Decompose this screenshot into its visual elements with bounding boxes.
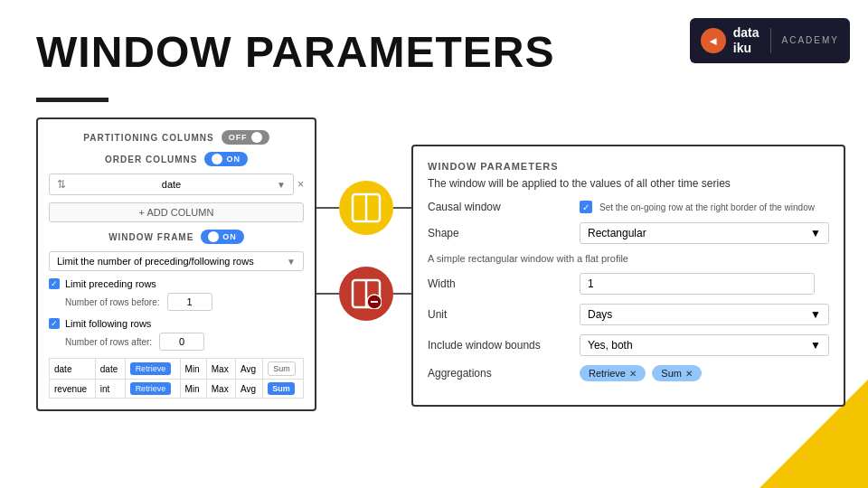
- table-cell-col1: revenue: [50, 380, 96, 399]
- title-underline: [36, 98, 108, 102]
- toggle-on-text: ON: [226, 155, 241, 164]
- left-panel: PARTITIONING COLUMNS OFF ORDER COLUMNS O…: [36, 117, 316, 411]
- causal-label: Causal window: [428, 201, 572, 213]
- shape-dropdown-arrow: ▼: [810, 227, 821, 239]
- date-input-row: ⇅ date ▼ ×: [49, 174, 304, 195]
- window-frame-on-text: ON: [222, 232, 237, 241]
- shape-value: Rectangular: [588, 227, 646, 239]
- limit-following-label: Limit following rows: [65, 318, 151, 329]
- order-columns-row: ORDER COLUMNS ON: [49, 152, 304, 166]
- dropdown-label: Limit the number of preceding/following …: [57, 256, 254, 267]
- toggle-off-text: OFF: [229, 133, 248, 142]
- academy-text: ACADEMY: [782, 35, 839, 45]
- table-cell-col2: date: [95, 359, 125, 380]
- toggle-circle-wf: [208, 231, 219, 242]
- limit-following-row: ✓ Limit following rows: [49, 318, 304, 329]
- table-cell-col2: int: [95, 380, 125, 399]
- table-cell-avg: Avg: [235, 359, 262, 380]
- shape-label: Shape: [428, 227, 572, 239]
- window-frame-toggle[interactable]: ON: [201, 230, 244, 244]
- right-panel: WINDOW PARAMETERS The window will be app…: [411, 145, 845, 407]
- causal-note: Set the on-going row at the right border…: [599, 202, 815, 212]
- table-cell-retrieve: Retrieve: [125, 380, 180, 399]
- unit-label: Unit: [428, 308, 572, 321]
- window-frame-row: WINDOW FRAME ON: [49, 230, 304, 244]
- dropdown-arrow-icon: ▼: [287, 257, 296, 267]
- logo-box: ◂ data iku ACADEMY: [690, 18, 850, 63]
- unit-dropdown-arrow: ▼: [810, 308, 821, 321]
- table-cell-max: Max: [206, 380, 235, 399]
- causal-checkbox[interactable]: ✓: [580, 201, 592, 213]
- table-cell-min: Min: [180, 380, 206, 399]
- unit-row: Unit Days ▼: [428, 304, 829, 325]
- rows-after-label: Number of rows after:: [65, 337, 152, 347]
- rows-before-row: Number of rows before: 1: [49, 293, 304, 311]
- columns-icon-red: [351, 278, 382, 309]
- width-input[interactable]: [580, 273, 815, 295]
- table-row: date date Retrieve Min Max Avg Sum: [50, 359, 304, 380]
- retrieve-tag-label: Retrieve: [589, 368, 626, 379]
- shape-row: Shape Rectangular ▼: [428, 222, 829, 244]
- toggle-circle: [251, 132, 262, 143]
- aggregations-label: Aggregations: [428, 367, 572, 380]
- table-cell-col1: date: [50, 359, 96, 380]
- bounds-dropdown-arrow: ▼: [810, 339, 821, 352]
- limit-preceding-checkbox[interactable]: ✓: [49, 278, 60, 289]
- order-label: ORDER COLUMNS: [105, 155, 197, 164]
- table-cell-sum: Sum: [263, 380, 304, 399]
- sum-button-1[interactable]: Sum: [268, 361, 296, 376]
- bounds-value: Yes, both: [588, 339, 633, 352]
- limit-following-checkbox[interactable]: ✓: [49, 318, 60, 329]
- width-label: Width: [428, 277, 572, 290]
- retrieve-tag[interactable]: Retrieve ✕: [580, 365, 646, 381]
- logo-divider: [770, 28, 771, 53]
- table-cell-sum: Sum: [263, 359, 304, 380]
- add-column-button[interactable]: + ADD COLUMN: [49, 202, 304, 222]
- table-row: revenue int Retrieve Min Max Avg Sum: [50, 380, 304, 399]
- width-row: Width: [428, 273, 829, 295]
- sum-tag-close[interactable]: ✕: [685, 369, 693, 379]
- limit-preceding-label: Limit preceding rows: [65, 278, 156, 289]
- window-frame-label: WINDOW FRAME: [108, 232, 193, 242]
- sort-icon: ⇅: [57, 178, 66, 191]
- page-title: WINDOW PARAMETERS: [36, 27, 554, 77]
- retrieve-button-2[interactable]: Retrieve: [130, 382, 172, 395]
- unit-dropdown[interactable]: Days ▼: [580, 304, 829, 325]
- order-toggle[interactable]: ON: [204, 152, 248, 166]
- date-input-box[interactable]: ⇅ date ▼: [49, 174, 294, 195]
- window-icon-yellow[interactable]: [339, 181, 393, 235]
- date-close-icon[interactable]: ×: [297, 178, 304, 191]
- bounds-row: Include window bounds Yes, both ▼: [428, 334, 829, 356]
- partitioning-toggle[interactable]: OFF: [222, 130, 269, 145]
- rows-limit-dropdown[interactable]: Limit the number of preceding/following …: [49, 251, 304, 271]
- causal-window-row: Causal window ✓ Set the on-going row at …: [428, 201, 829, 213]
- table-cell-retrieve: Retrieve: [125, 359, 180, 380]
- retrieve-button-1[interactable]: Retrieve: [130, 362, 172, 375]
- rows-after-row: Number of rows after: 0: [49, 333, 304, 351]
- aggregation-tags: Retrieve ✕ Sum ✕: [580, 365, 705, 381]
- date-field-value: date: [162, 179, 181, 190]
- logo-bird-icon: ◂: [701, 28, 726, 53]
- rows-after-input[interactable]: 0: [159, 333, 204, 351]
- retrieve-tag-close[interactable]: ✕: [629, 369, 637, 379]
- aggregations-table: date date Retrieve Min Max Avg Sum reven…: [49, 358, 304, 399]
- rows-before-label: Number of rows before:: [65, 297, 160, 307]
- window-icon-red[interactable]: [339, 267, 393, 321]
- unit-value: Days: [588, 308, 612, 321]
- rows-before-input[interactable]: 1: [167, 293, 212, 311]
- table-cell-avg: Avg: [235, 380, 262, 399]
- table-cell-min: Min: [180, 359, 206, 380]
- partitioning-row: PARTITIONING COLUMNS OFF: [49, 130, 304, 145]
- sum-tag-label: Sum: [661, 368, 682, 379]
- partitioning-label: PARTITIONING COLUMNS: [83, 133, 213, 143]
- sum-tag[interactable]: Sum ✕: [652, 365, 702, 381]
- sum-button-2[interactable]: Sum: [268, 382, 295, 395]
- toggle-circle-left: [212, 154, 222, 164]
- right-panel-subtitle: The window will be applied to the values…: [428, 177, 829, 190]
- aggregations-row: Aggregations Retrieve ✕ Sum ✕: [428, 365, 829, 381]
- shape-dropdown[interactable]: Rectangular ▼: [580, 222, 829, 244]
- right-panel-title: WINDOW PARAMETERS: [428, 161, 829, 172]
- bounds-dropdown[interactable]: Yes, both ▼: [580, 334, 829, 356]
- date-dropdown-arrow[interactable]: ▼: [277, 180, 286, 190]
- bounds-label: Include window bounds: [428, 339, 572, 352]
